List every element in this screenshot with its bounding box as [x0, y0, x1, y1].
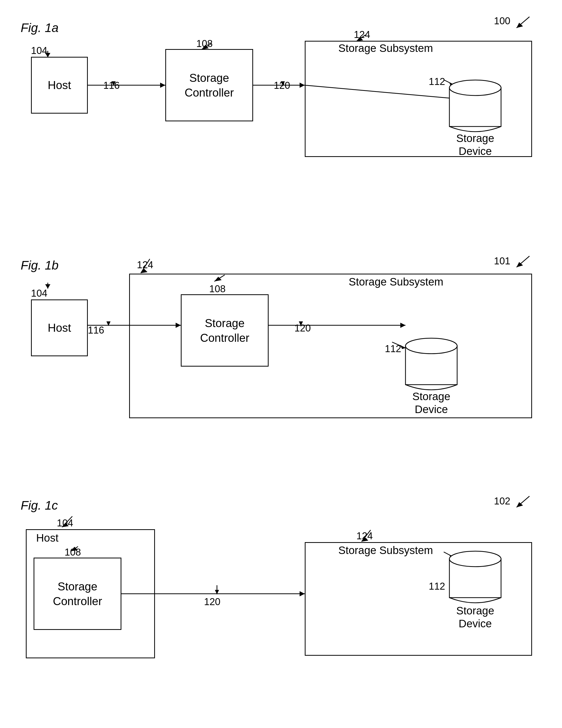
fig1c-label: Fig. 1c [21, 498, 58, 512]
fig1a-subsystem-border [305, 41, 532, 157]
fig1c-ref: 102 [494, 496, 510, 507]
svg-marker-24 [517, 262, 523, 267]
svg-marker-1 [517, 23, 523, 28]
fig1a-host-ref: 104 [31, 45, 47, 56]
fig1b-host-box: Host [31, 299, 88, 356]
fig1c-controller-box: Storage Controller [34, 558, 121, 630]
fig1c-subsystem-label: Storage Subsystem [338, 544, 433, 557]
fig1a-link1-ref: 116 [103, 80, 120, 91]
fig1c-link-ref: 120 [204, 596, 220, 607]
fig1b-subsystem-ref: 124 [137, 259, 153, 271]
svg-marker-46 [517, 502, 523, 507]
fig1b-controller-box: Storage Controller [181, 294, 268, 367]
svg-line-45 [517, 496, 529, 507]
fig1c-subsystem-ref: 124 [357, 531, 373, 542]
fig1c-host-ref: 104 [57, 518, 73, 529]
fig1a-controller-ref: 108 [196, 38, 212, 49]
fig1a-subsystem-ref: 124 [354, 29, 370, 40]
fig1a-label: Fig. 1a [21, 21, 59, 35]
fig1b-controller-ref: 108 [209, 283, 225, 295]
fig1a-subsystem-label: Storage Subsystem [338, 42, 433, 54]
fig1b-subsystem-label: Storage Subsystem [349, 276, 444, 288]
fig1c-device-ref: 112 [429, 581, 445, 592]
svg-marker-58 [215, 590, 219, 594]
fig1a-link2-ref: 120 [274, 80, 290, 91]
fig1b-ref: 101 [494, 256, 510, 267]
svg-marker-13 [300, 83, 305, 88]
svg-line-23 [517, 256, 529, 267]
svg-marker-56 [300, 591, 305, 596]
fig1b-host-ref: 104 [31, 288, 47, 299]
svg-line-0 [517, 17, 529, 28]
svg-marker-36 [106, 321, 110, 326]
fig1b-link1-ref: 116 [88, 325, 104, 336]
fig1c-subsystem-border [305, 542, 532, 656]
fig1c-controller-ref: 108 [65, 547, 81, 558]
fig1a-device-ref: 112 [429, 76, 445, 87]
fig1c-host-label: Host [36, 532, 58, 544]
fig1b-device-ref: 112 [385, 343, 401, 354]
fig1b-label: Fig. 1b [21, 258, 59, 272]
fig1a-host-box: Host [31, 57, 88, 114]
fig1a-ref: 100 [494, 15, 510, 27]
svg-marker-9 [160, 83, 165, 88]
fig1a-controller-box: Storage Controller [165, 49, 253, 121]
fig1b-link2-ref: 120 [295, 323, 311, 334]
